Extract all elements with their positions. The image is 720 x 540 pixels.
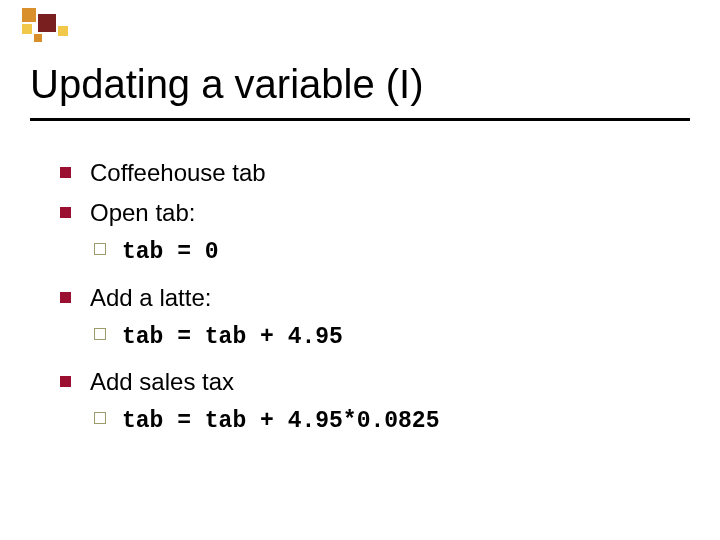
bullet-item: Open tab: <box>60 195 680 231</box>
square-bullet-icon <box>60 207 71 218</box>
title-underline <box>30 118 690 121</box>
code-text: tab = tab + 4.95*0.0825 <box>122 408 439 434</box>
deco-square <box>8 18 20 30</box>
square-bullet-icon <box>60 167 71 178</box>
hollow-square-icon <box>94 243 106 255</box>
deco-square <box>22 24 32 34</box>
square-bullet-icon <box>60 292 71 303</box>
corner-decoration <box>8 8 88 48</box>
deco-square <box>22 8 36 22</box>
slide-body: Coffeehouse tab Open tab: tab = 0 Add a … <box>60 155 680 449</box>
code-line: tab = 0 <box>60 235 680 270</box>
code-text: tab = 0 <box>122 239 219 265</box>
bullet-text: Coffeehouse tab <box>90 159 266 186</box>
bullet-item: Add sales tax <box>60 364 680 400</box>
deco-square <box>38 14 56 32</box>
deco-square <box>34 34 42 42</box>
square-bullet-icon <box>60 376 71 387</box>
bullet-item: Coffeehouse tab <box>60 155 680 191</box>
hollow-square-icon <box>94 412 106 424</box>
bullet-text: Open tab: <box>90 199 195 226</box>
bullet-item: Add a latte: <box>60 280 680 316</box>
code-text: tab = tab + 4.95 <box>122 324 343 350</box>
bullet-text: Add a latte: <box>90 284 211 311</box>
deco-square <box>58 26 68 36</box>
slide: Updating a variable (I) Coffeehouse tab … <box>0 0 720 540</box>
code-line: tab = tab + 4.95*0.0825 <box>60 404 680 439</box>
hollow-square-icon <box>94 328 106 340</box>
code-line: tab = tab + 4.95 <box>60 320 680 355</box>
bullet-text: Add sales tax <box>90 368 234 395</box>
slide-title: Updating a variable (I) <box>30 62 424 107</box>
